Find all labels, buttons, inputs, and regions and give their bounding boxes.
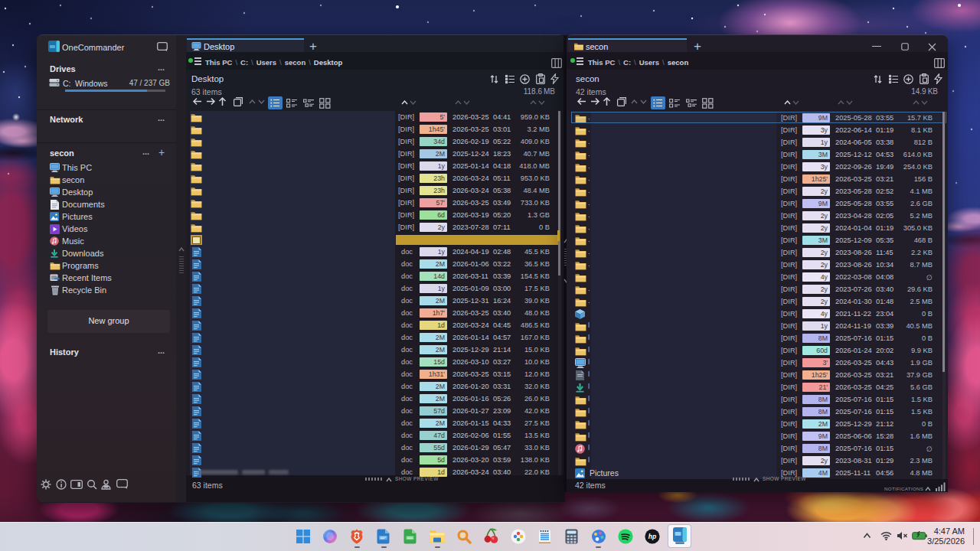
- svg-text:hp: hp: [648, 533, 656, 540]
